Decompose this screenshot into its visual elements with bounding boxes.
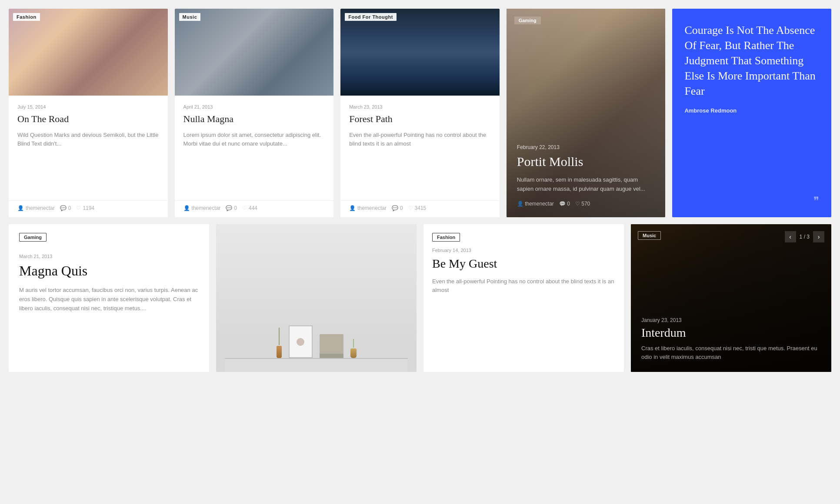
card-forest-path: Food For Thought March 23, 2013 Forest P… — [340, 9, 500, 217]
author-dark: 👤 themenectar — [517, 201, 554, 207]
excerpt-2: Lorem ipsum dolor sit amet, consectetur … — [183, 131, 325, 191]
card-portit-mollis: February 22, 2013 Portit Mollis Nullam o… — [507, 9, 666, 217]
card-image-fashion: Fashion — [9, 9, 168, 96]
date-fashion-bottom: February 14, 2013 — [432, 248, 615, 253]
card-quote: Courage Is Not The Absence Of Fear, But … — [672, 9, 831, 217]
card-image-food: Food For Thought — [340, 9, 500, 96]
slider-prev-button[interactable]: ‹ — [785, 231, 796, 242]
title-1: On The Road — [17, 113, 159, 126]
card-on-the-road: Fashion July 15, 2014 On The Road Wild Q… — [9, 9, 168, 217]
excerpt-music-slider: Cras et libero iaculis, consequat nisi n… — [641, 344, 821, 361]
tag-gaming-dark[interactable]: Gaming — [514, 17, 541, 24]
heart-icon-2: ♡ — [242, 205, 247, 211]
user-icon-2: 👤 — [183, 205, 190, 211]
quote-text: Courage Is Not The Absence Of Fear, But … — [684, 23, 819, 99]
author-2: 👤 themenectar — [183, 205, 221, 211]
card-image-music: Music — [175, 9, 334, 96]
comment-icon-dark: 💬 — [559, 201, 566, 207]
comments-3: 💬 0 — [392, 205, 403, 211]
slider-controls: ‹ 1 / 3 › — [785, 231, 824, 242]
date-gaming-bottom: March 21, 2013 — [19, 254, 199, 259]
excerpt-1: Wild Question Marks and devious Semikoli… — [17, 131, 159, 191]
title-music-slider: Interdum — [641, 326, 821, 340]
comment-icon-1: 💬 — [60, 205, 67, 211]
comment-icon-2: 💬 — [226, 205, 232, 211]
card-magna-quis: Gaming March 21, 2013 Magna Quis M auris… — [9, 224, 209, 372]
title-gaming-bottom: Magna Quis — [19, 262, 199, 279]
date-3: March 23, 2013 — [349, 104, 491, 109]
likes-1: ♡ 1194 — [76, 205, 94, 211]
excerpt-dark: Nullam ornare, sem in malesuada sagittis… — [517, 176, 655, 194]
likes-dark: ♡ 570 — [575, 201, 590, 207]
tag-music-1[interactable]: Music — [179, 13, 201, 21]
likes-2: ♡ 444 — [242, 205, 257, 211]
excerpt-3: Even the all-powerful Pointing has no co… — [349, 131, 491, 191]
date-1: July 15, 2014 — [17, 104, 159, 109]
slider-next-button[interactable]: › — [813, 231, 824, 242]
excerpt-fashion-bottom: Even the all-powerful Pointing has no co… — [432, 277, 615, 367]
quote-author: Ambrose Redmoon — [684, 107, 819, 114]
heart-icon-dark: ♡ — [575, 201, 580, 207]
comments-1: 💬 0 — [60, 205, 71, 211]
user-icon-1: 👤 — [17, 205, 24, 211]
date-2: April 21, 2013 — [183, 104, 325, 109]
likes-3: ♡ 3415 — [408, 205, 427, 211]
heart-icon-1: ♡ — [76, 205, 81, 211]
card-be-my-guest: Fashion February 14, 2013 Be My Guest Ev… — [423, 224, 624, 372]
card-nulla-magna: Music April 21, 2013 Nulla Magna Lorem i… — [175, 9, 334, 217]
comments-2: 💬 0 — [226, 205, 237, 211]
comments-dark: 💬 0 — [559, 201, 570, 207]
tag-gaming-bottom[interactable]: Gaming — [19, 233, 47, 242]
user-icon-dark: 👤 — [517, 201, 523, 207]
card-music-slider: Music ‹ 1 / 3 › January 23, 2013 Interdu… — [631, 224, 831, 372]
title-2: Nulla Magna — [183, 113, 325, 126]
tag-music-slider[interactable]: Music — [638, 231, 661, 240]
title-3: Forest Path — [349, 113, 491, 126]
excerpt-gaming-bottom: M auris vel tortor accumsan, faucibus or… — [19, 286, 199, 313]
tag-food[interactable]: Food For Thought — [345, 13, 397, 21]
title-fashion-bottom: Be My Guest — [432, 256, 615, 271]
author-3: 👤 themenectar — [349, 205, 387, 211]
date-dark: February 22, 2013 — [517, 144, 655, 150]
heart-icon-3: ♡ — [408, 205, 413, 211]
quote-icon: ❞ — [813, 195, 819, 207]
title-dark: Portit Mollis — [517, 154, 655, 169]
slider-page: 1 / 3 — [800, 234, 810, 240]
author-1: 👤 themenectar — [17, 205, 55, 211]
tag-fashion-1[interactable]: Fashion — [13, 13, 40, 21]
date-music-slider: January 23, 2013 — [641, 317, 821, 323]
tag-fashion-bottom[interactable]: Fashion — [432, 233, 460, 242]
comment-icon-3: 💬 — [392, 205, 398, 211]
user-icon-3: 👤 — [349, 205, 356, 211]
card-center-image — [216, 224, 417, 372]
